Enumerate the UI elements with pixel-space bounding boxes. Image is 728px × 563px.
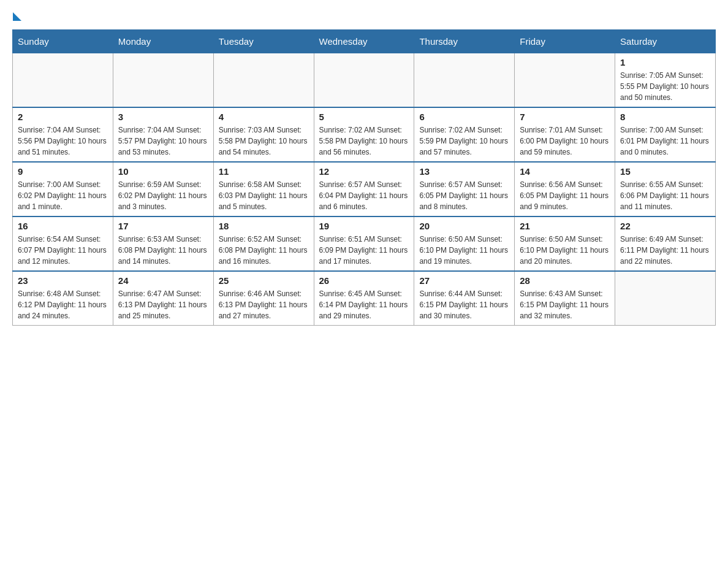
logo-arrow-icon — [13, 12, 21, 21]
day-info: Sunrise: 6:50 AM Sunset: 6:10 PM Dayligh… — [520, 234, 610, 267]
day-info: Sunrise: 6:49 AM Sunset: 6:11 PM Dayligh… — [620, 234, 710, 267]
day-number: 25 — [219, 275, 309, 286]
day-number: 27 — [419, 275, 509, 286]
day-number: 2 — [18, 112, 108, 122]
day-number: 11 — [219, 166, 309, 177]
calendar-day-cell: 10Sunrise: 6:59 AM Sunset: 6:02 PM Dayli… — [113, 162, 213, 216]
calendar-week-row: 9Sunrise: 7:00 AM Sunset: 6:02 PM Daylig… — [13, 162, 716, 216]
day-header-sunday: Sunday — [13, 30, 113, 53]
day-number: 20 — [419, 221, 509, 231]
calendar-day-cell: 24Sunrise: 6:47 AM Sunset: 6:13 PM Dayli… — [113, 271, 213, 326]
calendar-day-cell: 2Sunrise: 7:04 AM Sunset: 5:56 PM Daylig… — [13, 107, 113, 162]
day-number: 21 — [520, 221, 610, 231]
day-number: 14 — [520, 166, 610, 177]
day-number: 13 — [419, 166, 509, 177]
day-info: Sunrise: 6:57 AM Sunset: 6:05 PM Dayligh… — [419, 179, 509, 212]
day-info: Sunrise: 6:54 AM Sunset: 6:07 PM Dayligh… — [18, 234, 108, 267]
day-number: 4 — [219, 112, 309, 122]
calendar-day-cell: 28Sunrise: 6:43 AM Sunset: 6:15 PM Dayli… — [515, 271, 615, 326]
day-info: Sunrise: 7:01 AM Sunset: 6:00 PM Dayligh… — [520, 124, 610, 158]
day-info: Sunrise: 7:04 AM Sunset: 5:56 PM Dayligh… — [18, 124, 108, 158]
calendar-table: SundayMondayTuesdayWednesdayThursdayFrid… — [12, 29, 716, 326]
calendar-day-cell: 15Sunrise: 6:55 AM Sunset: 6:06 PM Dayli… — [615, 162, 716, 216]
calendar-day-cell — [314, 53, 414, 108]
calendar-day-cell: 4Sunrise: 7:03 AM Sunset: 5:58 PM Daylig… — [213, 107, 314, 162]
day-number: 3 — [118, 112, 208, 122]
day-info: Sunrise: 7:03 AM Sunset: 5:58 PM Dayligh… — [219, 124, 309, 158]
calendar-day-cell — [615, 271, 716, 326]
day-number: 23 — [18, 275, 108, 286]
day-number: 1 — [620, 57, 710, 67]
day-info: Sunrise: 7:00 AM Sunset: 6:01 PM Dayligh… — [620, 124, 710, 158]
day-info: Sunrise: 6:48 AM Sunset: 6:12 PM Dayligh… — [18, 288, 108, 321]
day-info: Sunrise: 6:44 AM Sunset: 6:15 PM Dayligh… — [419, 288, 509, 321]
day-header-thursday: Thursday — [414, 30, 515, 53]
calendar-day-cell — [515, 53, 615, 108]
calendar-week-row: 2Sunrise: 7:04 AM Sunset: 5:56 PM Daylig… — [13, 107, 716, 162]
day-number: 9 — [18, 166, 108, 177]
calendar-day-cell: 14Sunrise: 6:56 AM Sunset: 6:05 PM Dayli… — [515, 162, 615, 216]
calendar-day-cell: 5Sunrise: 7:02 AM Sunset: 5:58 PM Daylig… — [314, 107, 414, 162]
day-number: 28 — [520, 275, 610, 286]
calendar-day-cell: 21Sunrise: 6:50 AM Sunset: 6:10 PM Dayli… — [515, 216, 615, 271]
calendar-day-cell: 9Sunrise: 7:00 AM Sunset: 6:02 PM Daylig… — [13, 162, 113, 216]
day-header-tuesday: Tuesday — [213, 30, 314, 53]
day-number: 22 — [620, 221, 710, 231]
calendar-day-cell: 6Sunrise: 7:02 AM Sunset: 5:59 PM Daylig… — [414, 107, 515, 162]
day-number: 18 — [219, 221, 309, 231]
day-number: 26 — [319, 275, 409, 286]
calendar-header-row: SundayMondayTuesdayWednesdayThursdayFrid… — [13, 30, 716, 53]
day-number: 5 — [319, 112, 409, 122]
calendar-week-row: 23Sunrise: 6:48 AM Sunset: 6:12 PM Dayli… — [13, 271, 716, 326]
calendar-day-cell: 22Sunrise: 6:49 AM Sunset: 6:11 PM Dayli… — [615, 216, 716, 271]
calendar-week-row: 16Sunrise: 6:54 AM Sunset: 6:07 PM Dayli… — [13, 216, 716, 271]
day-info: Sunrise: 6:52 AM Sunset: 6:08 PM Dayligh… — [219, 234, 309, 267]
day-header-wednesday: Wednesday — [314, 30, 414, 53]
day-info: Sunrise: 6:57 AM Sunset: 6:04 PM Dayligh… — [319, 179, 409, 212]
day-info: Sunrise: 6:45 AM Sunset: 6:14 PM Dayligh… — [319, 288, 409, 321]
calendar-day-cell: 1Sunrise: 7:05 AM Sunset: 5:55 PM Daylig… — [615, 53, 716, 108]
day-header-friday: Friday — [515, 30, 615, 53]
day-number: 17 — [118, 221, 208, 231]
calendar-day-cell: 25Sunrise: 6:46 AM Sunset: 6:13 PM Dayli… — [213, 271, 314, 326]
calendar-day-cell — [13, 53, 113, 108]
page-header — [12, 12, 716, 23]
day-number: 12 — [319, 166, 409, 177]
day-number: 15 — [620, 166, 710, 177]
calendar-day-cell — [113, 53, 213, 108]
day-number: 10 — [118, 166, 208, 177]
day-info: Sunrise: 7:00 AM Sunset: 6:02 PM Dayligh… — [18, 179, 108, 212]
day-info: Sunrise: 6:50 AM Sunset: 6:10 PM Dayligh… — [419, 234, 509, 267]
day-info: Sunrise: 7:04 AM Sunset: 5:57 PM Dayligh… — [118, 124, 208, 158]
calendar-day-cell: 26Sunrise: 6:45 AM Sunset: 6:14 PM Dayli… — [314, 271, 414, 326]
calendar-day-cell: 8Sunrise: 7:00 AM Sunset: 6:01 PM Daylig… — [615, 107, 716, 162]
day-header-monday: Monday — [113, 30, 213, 53]
calendar-day-cell: 13Sunrise: 6:57 AM Sunset: 6:05 PM Dayli… — [414, 162, 515, 216]
calendar-day-cell: 20Sunrise: 6:50 AM Sunset: 6:10 PM Dayli… — [414, 216, 515, 271]
day-info: Sunrise: 6:55 AM Sunset: 6:06 PM Dayligh… — [620, 179, 710, 212]
day-info: Sunrise: 6:51 AM Sunset: 6:09 PM Dayligh… — [319, 234, 409, 267]
calendar-day-cell: 18Sunrise: 6:52 AM Sunset: 6:08 PM Dayli… — [213, 216, 314, 271]
calendar-day-cell: 3Sunrise: 7:04 AM Sunset: 5:57 PM Daylig… — [113, 107, 213, 162]
calendar-day-cell: 7Sunrise: 7:01 AM Sunset: 6:00 PM Daylig… — [515, 107, 615, 162]
day-number: 8 — [620, 112, 710, 122]
day-info: Sunrise: 7:02 AM Sunset: 5:58 PM Dayligh… — [319, 124, 409, 158]
day-number: 7 — [520, 112, 610, 122]
logo — [12, 12, 21, 23]
day-info: Sunrise: 6:59 AM Sunset: 6:02 PM Dayligh… — [118, 179, 208, 212]
calendar-day-cell: 12Sunrise: 6:57 AM Sunset: 6:04 PM Dayli… — [314, 162, 414, 216]
day-number: 19 — [319, 221, 409, 231]
calendar-week-row: 1Sunrise: 7:05 AM Sunset: 5:55 PM Daylig… — [13, 53, 716, 108]
day-info: Sunrise: 7:02 AM Sunset: 5:59 PM Dayligh… — [419, 124, 509, 158]
calendar-day-cell: 27Sunrise: 6:44 AM Sunset: 6:15 PM Dayli… — [414, 271, 515, 326]
day-info: Sunrise: 6:43 AM Sunset: 6:15 PM Dayligh… — [520, 288, 610, 321]
calendar-day-cell — [414, 53, 515, 108]
day-header-saturday: Saturday — [615, 30, 716, 53]
calendar-day-cell: 17Sunrise: 6:53 AM Sunset: 6:08 PM Dayli… — [113, 216, 213, 271]
day-number: 24 — [118, 275, 208, 286]
calendar-day-cell: 11Sunrise: 6:58 AM Sunset: 6:03 PM Dayli… — [213, 162, 314, 216]
calendar-day-cell: 19Sunrise: 6:51 AM Sunset: 6:09 PM Dayli… — [314, 216, 414, 271]
day-info: Sunrise: 6:47 AM Sunset: 6:13 PM Dayligh… — [118, 288, 208, 321]
day-info: Sunrise: 6:46 AM Sunset: 6:13 PM Dayligh… — [219, 288, 309, 321]
calendar-day-cell: 23Sunrise: 6:48 AM Sunset: 6:12 PM Dayli… — [13, 271, 113, 326]
